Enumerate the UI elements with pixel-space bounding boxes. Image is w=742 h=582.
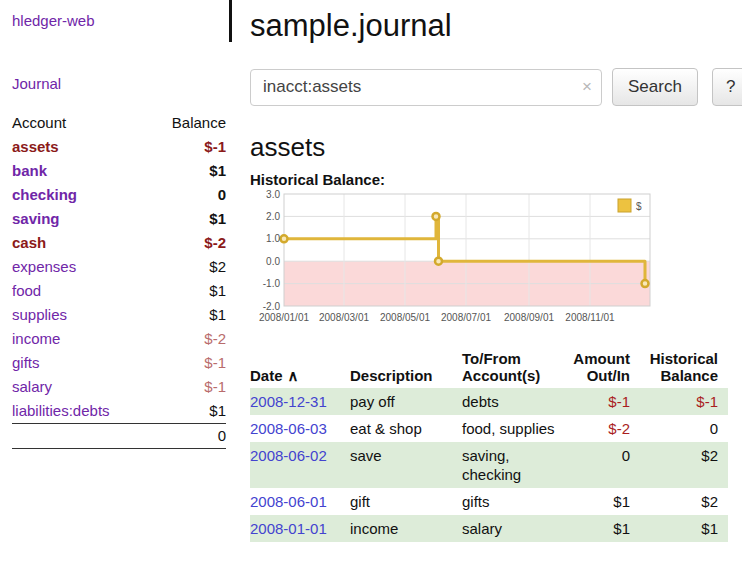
accounts-total-row: 0 bbox=[12, 424, 226, 449]
transaction-description: pay off bbox=[350, 388, 462, 415]
transaction-accounts: saving, checking bbox=[462, 442, 570, 488]
column-header-date-label: Date bbox=[250, 367, 283, 384]
account-balance: $-1 bbox=[150, 351, 226, 375]
account-row: bank $1 bbox=[12, 159, 226, 183]
column-header-accounts: To/From Account(s) bbox=[462, 348, 570, 388]
account-heading: assets bbox=[250, 132, 742, 163]
account-link-cash[interactable]: cash bbox=[12, 234, 46, 251]
account-link-gifts[interactable]: gifts bbox=[12, 354, 40, 371]
chart-point bbox=[433, 213, 440, 220]
account-row: income $-2 bbox=[12, 327, 226, 351]
account-row: liabilities:debts $1 bbox=[12, 399, 226, 424]
transaction-balance: $2 bbox=[640, 488, 728, 515]
y-tick-label: 2.0 bbox=[266, 211, 280, 222]
account-balance: $-2 bbox=[150, 231, 226, 255]
account-balance: $1 bbox=[150, 207, 226, 231]
historical-balance-chart: $ 3.0 2.0 1.0 0.0 -1.0 -2.0 2008/01/01 2… bbox=[250, 190, 742, 334]
transaction-accounts: salary bbox=[462, 515, 570, 542]
y-tick-label: -1.0 bbox=[263, 278, 281, 289]
account-balance: $2 bbox=[150, 255, 226, 279]
transaction-accounts: debts bbox=[462, 388, 570, 415]
transaction-amount: $1 bbox=[570, 488, 640, 515]
x-tick-label: 2008/01/01 bbox=[259, 312, 309, 323]
transaction-date-link[interactable]: 2008-06-02 bbox=[250, 447, 327, 464]
account-link-income[interactable]: income bbox=[12, 330, 60, 347]
chart-point bbox=[435, 258, 442, 265]
chart-point bbox=[642, 280, 649, 287]
account-row: gifts $-1 bbox=[12, 351, 226, 375]
y-tick-label: 0.0 bbox=[266, 256, 280, 267]
account-balance: 0 bbox=[150, 183, 226, 207]
chart-legend: $ bbox=[616, 198, 644, 214]
x-tick-label: 2008/07/01 bbox=[441, 312, 491, 323]
register-row: 2008-06-02 save saving, checking 0 $2 bbox=[250, 442, 728, 488]
account-link-checking[interactable]: checking bbox=[12, 186, 77, 203]
transaction-amount: $-2 bbox=[570, 415, 640, 442]
account-link-bank[interactable]: bank bbox=[12, 162, 47, 179]
account-balance: $1 bbox=[150, 399, 226, 424]
account-balance: $-1 bbox=[150, 375, 226, 399]
legend-label: $ bbox=[636, 201, 642, 212]
account-balance: $-2 bbox=[150, 327, 226, 351]
register-table: Date∧ Description To/From Account(s) Amo… bbox=[250, 348, 728, 542]
search-button[interactable]: Search bbox=[612, 68, 698, 106]
register-row: 2008-06-01 gift gifts $1 $2 bbox=[250, 488, 728, 515]
account-link-salary[interactable]: salary bbox=[12, 378, 52, 395]
sidebar-divider bbox=[229, 0, 232, 42]
chart-title: Historical Balance: bbox=[250, 171, 742, 188]
clear-search-icon[interactable]: × bbox=[582, 77, 592, 97]
account-link-saving[interactable]: saving bbox=[12, 210, 60, 227]
account-row: cash $-2 bbox=[12, 231, 226, 255]
hledger-web-app: hledger-web Journal Account Balance asse… bbox=[0, 0, 742, 582]
transaction-amount: 0 bbox=[570, 442, 640, 488]
help-button[interactable]: ? bbox=[712, 68, 742, 106]
y-tick-label: 1.0 bbox=[266, 233, 280, 244]
transaction-balance: $2 bbox=[640, 442, 728, 488]
page-title: sample.journal bbox=[250, 8, 742, 44]
transaction-amount: $1 bbox=[570, 515, 640, 542]
account-link-liabilities-debts[interactable]: liabilities:debts bbox=[12, 402, 110, 419]
search-input[interactable] bbox=[250, 69, 602, 106]
y-axis-labels: 3.0 2.0 1.0 0.0 -1.0 -2.0 bbox=[263, 190, 281, 312]
transaction-date-link[interactable]: 2008-06-03 bbox=[250, 420, 327, 437]
account-balance: $1 bbox=[150, 303, 226, 327]
transaction-accounts: food, supplies bbox=[462, 415, 570, 442]
transaction-description: gift bbox=[350, 488, 462, 515]
register-row: 2008-06-03 eat & shop food, supplies $-2… bbox=[250, 415, 728, 442]
account-row: checking 0 bbox=[12, 183, 226, 207]
account-link-supplies[interactable]: supplies bbox=[12, 306, 67, 323]
account-row: supplies $1 bbox=[12, 303, 226, 327]
transaction-date-link[interactable]: 2008-12-31 bbox=[250, 393, 327, 410]
accounts-header-row: Account Balance bbox=[12, 110, 226, 135]
column-header-amount: Amount Out/In bbox=[570, 348, 640, 388]
journal-link[interactable]: Journal bbox=[12, 75, 226, 92]
transaction-description: save bbox=[350, 442, 462, 488]
transaction-description: eat & shop bbox=[350, 415, 462, 442]
transaction-accounts: gifts bbox=[462, 488, 570, 515]
transaction-amount: $-1 bbox=[570, 388, 640, 415]
accounts-header-balance: Balance bbox=[150, 110, 226, 135]
account-row: expenses $2 bbox=[12, 255, 226, 279]
sort-asc-icon: ∧ bbox=[288, 367, 299, 384]
transaction-date-link[interactable]: 2008-01-01 bbox=[250, 520, 327, 537]
account-link-food[interactable]: food bbox=[12, 282, 41, 299]
account-link-assets[interactable]: assets bbox=[12, 138, 59, 155]
account-row: assets $-1 bbox=[12, 135, 226, 159]
account-row: food $1 bbox=[12, 279, 226, 303]
x-tick-label: 2008/03/01 bbox=[319, 312, 369, 323]
column-header-balance: Historical Balance bbox=[640, 348, 728, 388]
account-balance: $1 bbox=[150, 279, 226, 303]
transaction-balance: $1 bbox=[640, 515, 728, 542]
x-tick-label: 2008/05/01 bbox=[380, 312, 430, 323]
column-header-date[interactable]: Date∧ bbox=[250, 348, 350, 388]
account-balance: $-1 bbox=[150, 135, 226, 159]
search-box: × bbox=[250, 69, 602, 106]
register-row: 2008-01-01 income salary $1 $1 bbox=[250, 515, 728, 542]
account-link-expenses[interactable]: expenses bbox=[12, 258, 76, 275]
transaction-balance: 0 bbox=[640, 415, 728, 442]
transaction-description: income bbox=[350, 515, 462, 542]
sidebar: hledger-web Journal Account Balance asse… bbox=[0, 0, 232, 582]
transaction-date-link[interactable]: 2008-06-01 bbox=[250, 493, 327, 510]
brand-link[interactable]: hledger-web bbox=[12, 12, 226, 29]
main-content: sample.journal × Search ? assets Histori… bbox=[232, 0, 742, 582]
